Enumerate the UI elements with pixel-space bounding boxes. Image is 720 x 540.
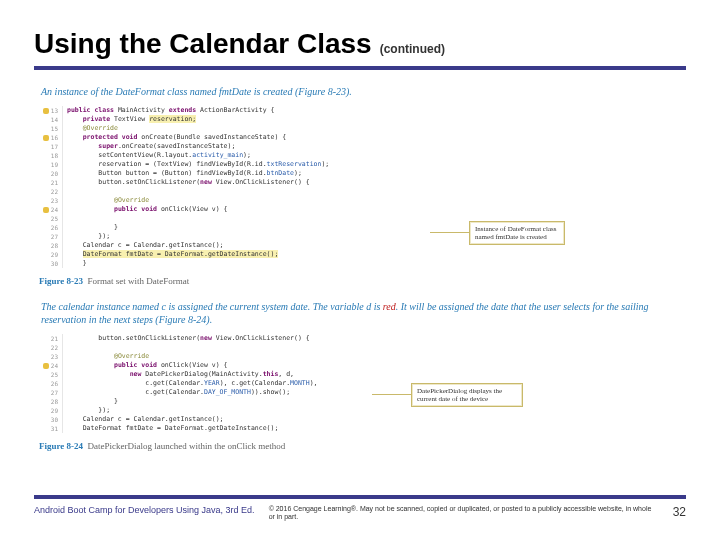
caption-2-red: red xyxy=(383,301,396,312)
footer-rule xyxy=(34,495,686,499)
callout-dateformat: Instance of DateFormat class named fmtDa… xyxy=(469,221,565,246)
page-number: 32 xyxy=(673,505,686,519)
code-block-2: 2122232425262728293031 button.setOnClick… xyxy=(35,331,685,436)
figure-label-1: Figure 8-23 Format set with DateFormat xyxy=(35,271,685,288)
figure-caption-1: Format set with DateFormat xyxy=(88,276,190,286)
slide-title: Using the Calendar Class xyxy=(34,28,372,60)
code-block-1: 131415161718192021222324252627282930 pub… xyxy=(35,103,685,271)
figure-label-2: Figure 8-24 DatePickerDialog launched wi… xyxy=(35,436,685,453)
callout-datepicker: DatePickerDialog displays the current da… xyxy=(411,383,523,408)
footer-copyright: © 2016 Cengage Learning®. May not be sca… xyxy=(269,505,659,523)
caption-2a: The calendar instance named c is assigne… xyxy=(41,301,380,312)
figure-panel-1: An instance of the DateFormat class name… xyxy=(34,80,686,289)
caption-1: An instance of the DateFormat class name… xyxy=(35,81,685,103)
title-rule xyxy=(34,66,686,70)
figure-number-2: Figure 8-24 xyxy=(39,441,83,451)
figure-caption-2: DatePickerDialog launched within the onC… xyxy=(88,441,286,451)
figure-panel-2: The calendar instance named c is assigne… xyxy=(34,295,686,454)
caption-2: The calendar instance named c is assigne… xyxy=(35,296,685,331)
continued-label: (continued) xyxy=(380,42,445,56)
footer-book-title: Android Boot Camp for Developers Using J… xyxy=(34,505,255,515)
figure-number-1: Figure 8-23 xyxy=(39,276,83,286)
